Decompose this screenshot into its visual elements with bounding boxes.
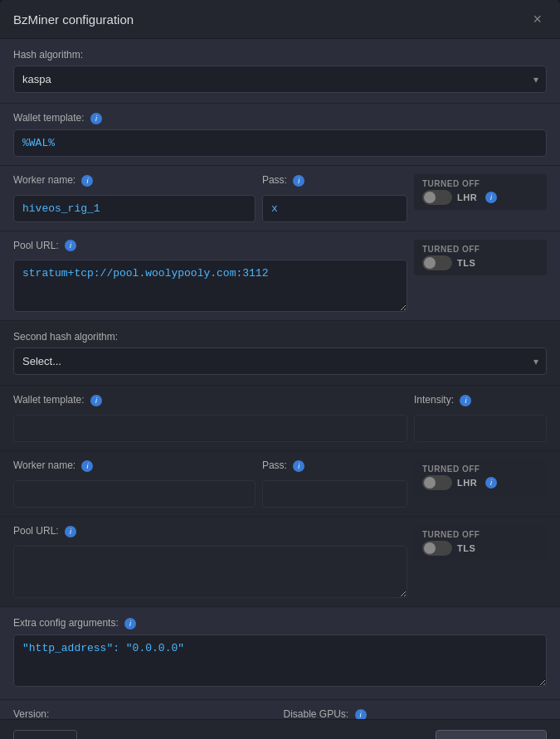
tls-item: TURNED OFF TLS [414, 240, 547, 275]
pool-url2-info-icon[interactable]: i [65, 526, 76, 537]
disable-gpus-field-group: Disable GPUs: i [284, 708, 548, 719]
cancel-button[interactable]: Cancel [367, 731, 426, 739]
tls-toggle-switch[interactable] [422, 255, 452, 270]
lhr2-label: LHR [457, 478, 477, 488]
lhr2-turned-off-label: TURNED OFF [422, 464, 538, 474]
worker-col: Worker name: i [13, 174, 256, 222]
tls2-toggle-switch[interactable] [422, 541, 452, 556]
pool-url-field-group: Pool URL: i stratum+tcp://pool.woolypool… [13, 240, 407, 313]
intensity-input[interactable] [414, 415, 547, 442]
lhr-item: TURNED OFF LHR i [414, 174, 547, 210]
wallet-template-1-section: Wallet template: i [0, 104, 560, 166]
worker2-col: Worker name: i [13, 459, 256, 508]
worker2-input[interactable] [13, 480, 256, 508]
intensity-label: Intensity: i [414, 394, 547, 406]
wallet-template-2-input[interactable] [13, 415, 407, 442]
worker2-pass2-row: Worker name: i Pass: i [13, 459, 407, 508]
extra-config-input[interactable]: "http_address": "0.0.0.0" [13, 634, 547, 687]
disable-gpus-info-icon[interactable]: i [355, 709, 367, 719]
hash-algorithm-select[interactable]: kaspa [13, 66, 547, 93]
worker2-pass2-lhr2-section: Worker name: i Pass: i TURNED OFF [0, 451, 560, 517]
wallet-template-1-input[interactable] [13, 129, 547, 157]
pass2-col: Pass: i [262, 459, 407, 508]
lhr-info-icon[interactable]: i [485, 192, 497, 203]
worker-label: Worker name: i [13, 174, 256, 187]
worker2-label: Worker name: i [13, 459, 256, 472]
pass-col: Pass: i [262, 174, 407, 222]
lhr-turned-off-label: TURNED OFF [422, 179, 538, 188]
lhr-toggle-switch[interactable] [422, 190, 452, 205]
tls-turned-off-label: TURNED OFF [422, 245, 538, 254]
lhr2-info-icon[interactable]: i [485, 477, 497, 489]
hash-algorithm-label: Hash algorithm: [13, 49, 547, 61]
disable-gpus-label: Disable GPUs: i [284, 708, 548, 719]
worker-pass-lhr-section: Worker name: i Pass: i TURNED OFF [0, 166, 560, 231]
tls2-slider [422, 541, 452, 556]
pass-input[interactable] [262, 195, 407, 222]
extra-config-label: Extra config arguments: i [13, 617, 547, 630]
tls-toggle-row: TLS [422, 255, 538, 270]
wallet-template-1-label: Wallet template: i [13, 112, 547, 124]
lhr2-item: TURNED OFF LHR i [414, 459, 547, 495]
bzminer-config-modal: BzMiner configuration × Hash algorithm: … [0, 0, 560, 739]
lhr-panel: TURNED OFF LHR i [414, 174, 547, 222]
version-field-group: Version: The latest ▾ [13, 708, 277, 719]
worker-info-icon[interactable]: i [81, 175, 93, 187]
pool-url-info-icon[interactable]: i [65, 240, 76, 251]
modal-footer: Clear Cancel Apply Changes [0, 719, 560, 739]
wallet-template-2-field-group: Wallet template: i [13, 394, 407, 442]
hash-algorithm-section: Hash algorithm: kaspa ▾ [0, 39, 560, 104]
second-hash-label: Second hash algorithm: [13, 331, 547, 343]
intensity-info-icon[interactable]: i [460, 395, 471, 406]
second-hash-section: Second hash algorithm: Select... ▾ [0, 321, 560, 386]
pool-url2-label: Pool URL: i [13, 525, 407, 537]
lhr-toggle-row: LHR i [422, 190, 538, 205]
pool-url-tls-section: Pool URL: i stratum+tcp://pool.woolypool… [0, 231, 560, 322]
worker2-info-icon[interactable]: i [81, 460, 93, 472]
lhr-slider [422, 190, 452, 205]
lhr2-panel: TURNED OFF LHR i [414, 459, 547, 508]
pass-info-icon[interactable]: i [293, 175, 304, 187]
modal-header: BzMiner configuration × [0, 0, 560, 39]
modal-body: Hash algorithm: kaspa ▾ Wallet template:… [0, 39, 560, 719]
lhr2-slider [422, 475, 452, 490]
second-hash-select-wrapper: Select... ▾ [13, 348, 547, 375]
version-label: Version: [13, 708, 277, 719]
close-button[interactable]: × [528, 10, 547, 28]
tls2-turned-off-label: TURNED OFF [422, 530, 538, 539]
pass-label: Pass: i [262, 174, 407, 187]
tls2-label: TLS [457, 543, 475, 553]
extra-config-info-icon[interactable]: i [124, 618, 136, 630]
pass2-input[interactable] [262, 480, 407, 508]
version-disable-gpus-section: Version: The latest ▾ Disable GPUs: i [0, 700, 560, 719]
clear-button[interactable]: Clear [13, 730, 77, 739]
pass2-info-icon[interactable]: i [293, 460, 304, 472]
pool-url2-tls2-section: Pool URL: i TURNED OFF TLS [0, 517, 560, 607]
worker-input[interactable] [13, 195, 256, 222]
lhr2-toggle-row: LHR i [422, 475, 538, 490]
second-hash-select[interactable]: Select... [13, 348, 547, 375]
intensity-field-group: Intensity: i [414, 394, 547, 442]
pass2-label: Pass: i [262, 459, 407, 472]
lhr2-toggle-switch[interactable] [422, 475, 452, 490]
pool-url2-input[interactable] [13, 546, 407, 598]
pool-url-label: Pool URL: i [13, 240, 407, 252]
tls2-panel: TURNED OFF TLS [414, 525, 547, 598]
pool-url2-field-group: Pool URL: i [13, 525, 407, 598]
lhr-label: LHR [457, 192, 477, 202]
tls-slider [422, 255, 452, 270]
worker-pass-row: Worker name: i Pass: i [13, 174, 407, 222]
hash-algorithm-select-wrapper: kaspa ▾ [13, 66, 547, 93]
wallet-template-2-info-icon[interactable]: i [90, 395, 102, 406]
extra-config-section: Extra config arguments: i "http_address"… [0, 607, 560, 700]
tls-panel: TURNED OFF TLS [414, 240, 547, 313]
tls-label: TLS [457, 258, 475, 268]
footer-right: Cancel Apply Changes [367, 730, 547, 739]
modal-title: BzMiner configuration [13, 12, 134, 27]
apply-changes-button[interactable]: Apply Changes [436, 730, 547, 739]
wallet-intensity-section: Wallet template: i Intensity: i [0, 386, 560, 451]
pool-url-input[interactable]: stratum+tcp://pool.woolypooly.com:3112 [13, 260, 407, 312]
wallet-template-2-label: Wallet template: i [13, 394, 407, 406]
wallet-template-1-info-icon[interactable]: i [90, 113, 102, 124]
tls2-toggle-row: TLS [422, 541, 538, 556]
